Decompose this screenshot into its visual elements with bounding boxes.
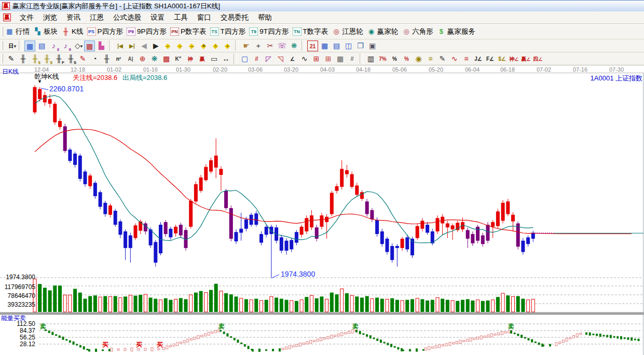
draw-angle-shen[interactable]: 神∠ [509,53,519,64]
tool-candle-style-dropdown[interactable]: ◇▼ [72,40,83,51]
draw-grid-gray[interactable]: ▦ [335,53,346,64]
draw-gold-comb[interactable]: ╫$ [30,53,40,64]
toolbar-module-blocks[interactable]: ▚板块 [33,27,58,36]
draw-red-gold[interactable]: ≡ [461,53,472,64]
tool-crosshair[interactable]: ＋ [253,40,264,51]
tool-zoom-left[interactable]: ◆← [162,40,173,51]
draw-k-quotes[interactable]: K" [173,53,184,64]
tool-phone-tool[interactable]: ☏ [277,40,287,51]
draw-angle-lines[interactable]: ∠ [287,53,298,64]
menu-江恩[interactable]: 江恩 [85,11,108,24]
menu-资讯[interactable]: 资讯 [62,11,85,24]
tool-zoom-x[interactable]: ◆✕ [198,40,209,51]
menu-工具[interactable]: 工具 [169,11,193,24]
tool-info-doc[interactable]: ▤ [36,40,47,51]
toolbar-module-t-number[interactable]: TNT数字表 [293,27,328,36]
menu-设置[interactable]: 设置 [146,11,169,24]
toolbar-module-hexagon[interactable]: ◎六角形 [402,27,433,36]
draw-gold-circle[interactable]: ◉ [413,53,424,64]
draw-red-wave[interactable]: ∿ [449,53,460,64]
tool-zoom-right[interactable]: ◆→ [174,40,185,51]
menu-公式选股[interactable]: 公式选股 [108,11,146,24]
draw-angle-gold[interactable]: $∠ [497,53,508,64]
menu-交易委托[interactable]: 交易委托 [216,11,253,24]
tool-first-page[interactable]: |◀ [115,40,126,51]
draw-wave-tool[interactable]: ∿ [299,53,310,64]
tool-save[interactable]: ◫ [343,40,354,51]
tool-next-page[interactable]: ▶ [150,40,161,51]
draw-h-bars[interactable]: ▥ [365,53,376,64]
tool-network-view[interactable]: ▦ [24,40,35,51]
tool-print[interactable]: ▣ [367,40,378,51]
toolbar-module-9p-square[interactable]: P99P四方形 [127,27,167,36]
draw-mirror[interactable]: A| [125,53,136,64]
tool-zoom-plus[interactable]: ◆＋ [222,40,233,51]
toolbar-module-p-square[interactable]: PSP四方形 [87,27,124,36]
toolbar-module-gann-wheel[interactable]: ◎江恩轮 [332,27,363,36]
toolbar-module-9t-square[interactable]: T99T四方形 [249,27,289,36]
tool-chart-3[interactable]: ♪3 [48,40,59,51]
draw-square-numbers[interactable]: n² [113,53,124,64]
tool-zoom-tool[interactable]: ✂ [265,40,276,51]
draw-select-box[interactable]: ▢ [239,53,250,64]
draw-percent-7[interactable]: 7% [377,53,388,64]
draw-compass-draw[interactable]: ✎ [6,53,17,64]
draw-gann-box[interactable]: ◸ [263,53,274,64]
tool-period-day-dropdown[interactable]: 日▼ [6,40,17,51]
tool-zoom-v[interactable]: ◆↕ [210,40,221,51]
tool-zoom-h[interactable]: ◆↔ [186,40,197,51]
menu-帮助[interactable]: 帮助 [253,11,277,24]
draw-win-tool[interactable]: 赢 [197,53,208,64]
menu-浏览[interactable]: 浏览 [38,11,62,24]
peak-marker: ▼ [37,79,42,84]
draw-gann-grid[interactable]: ◹ [275,53,286,64]
draw-gold-comb-2[interactable]: ╫$ [42,53,52,64]
toolbar-module-winner-wheel[interactable]: ◉赢家轮 [367,27,399,36]
draw-pencil[interactable]: ✎ [437,53,448,64]
tool-prev-page[interactable]: ◀ [139,40,149,51]
draw-parallel-lines[interactable]: // [347,53,358,64]
tool-grid-red[interactable]: ▩ [84,40,95,51]
draw-circle-cross[interactable]: ⊕ [137,53,148,64]
tool-pan-hand[interactable]: ☛ [241,40,252,51]
draw-grid-red-1[interactable]: ⊞ [311,53,322,64]
draw-comb-plain[interactable]: ╫ [101,53,112,64]
toolbar-module-winner-service[interactable]: $赢家服务 [437,27,475,36]
toolbar-module-t-square[interactable]: TST四方形 [210,27,246,36]
draw-gold-lines[interactable]: ≡ [425,53,436,64]
toolbar-module-p-number[interactable]: PNP数字表 [170,27,207,36]
draw-percent-red[interactable]: % [401,53,412,64]
draw-fan-lines[interactable]: // [251,53,262,64]
draw-red-net[interactable]: ▩ [161,53,172,64]
toolbar-module-kline[interactable]: ╫K线 [61,27,84,36]
draw-ruler-123[interactable]: ▭ [209,53,220,64]
draw-gann-comb[interactable]: ╫ [18,53,29,64]
tool-matrix-calc[interactable]: ▦ [319,40,330,51]
tool-export-globe[interactable]: ❒ [355,40,366,51]
draw-grid-red-2[interactable]: ⊞ [323,53,334,64]
tool-last-page[interactable]: ▶| [127,40,138,51]
draw-s-comb[interactable]: ╫S [65,53,76,64]
draw-angle-win[interactable]: 赢∠ [520,53,531,64]
draw-f-comb[interactable]: ╫F [53,53,64,64]
tool-colored-chart[interactable]: ▙ [96,40,107,51]
draw-width-measure[interactable]: ↔ [221,53,231,64]
draw-shen-tool[interactable]: 神 [185,53,196,64]
menu-文件[interactable]: 文件 [15,11,38,24]
menu-窗口[interactable]: 窗口 [193,11,216,24]
tool-chart-9[interactable]: ♪9 [60,40,71,51]
indicator-tick-2: 56.25 [0,334,35,341]
draw-red-compass[interactable]: ✎ [77,53,88,64]
toolbar-module-quotes[interactable]: ▦行情 [5,27,30,36]
draw-angle-4[interactable]: 四∠ [532,53,543,64]
tool-calendar-21[interactable]: 21 [307,40,318,51]
draw-percent[interactable]: % [389,53,400,64]
draw-snowflake[interactable]: ❋ [149,53,160,64]
sell-signal-1: 卖 [218,322,225,331]
tool-report-doc[interactable]: ▤ [331,40,342,51]
draw-angle-j[interactable]: J∠ [473,53,484,64]
title-bar[interactable]: 赢 赢家江恩专业版[赢家内部服务平台] - [上证指数 SH1A0001-167… [0,0,644,11]
draw-time-cycle[interactable]: ◔ [89,53,100,64]
draw-angle-f[interactable]: F∠ [485,53,496,64]
tool-pattern-tool[interactable]: ❋ [289,40,299,51]
